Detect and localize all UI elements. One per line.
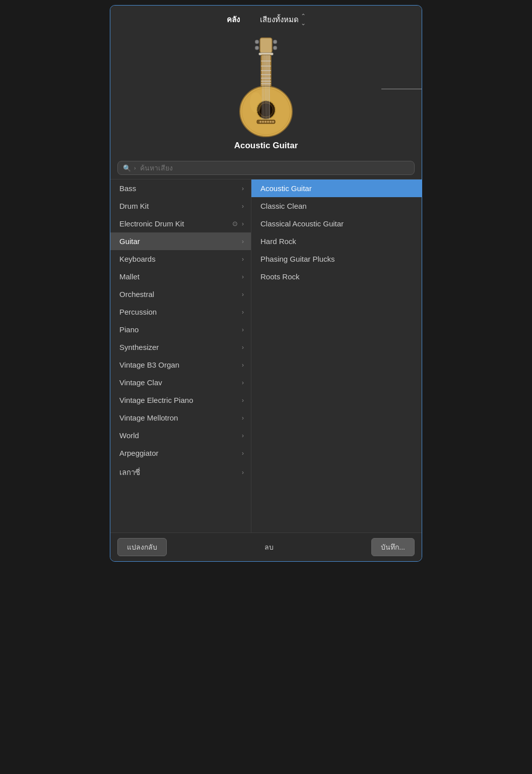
svg-line-22 bbox=[267, 55, 267, 122]
category-item-drum-kit[interactable]: Drum Kit› bbox=[110, 197, 251, 215]
chevron-right-icon: › bbox=[242, 326, 244, 333]
sounds-label: เสียงทั้งหมด bbox=[260, 14, 299, 26]
chevron-right-icon: › bbox=[242, 432, 244, 439]
chevron-right-icon: › bbox=[242, 362, 244, 369]
footer: แปลงกลับ ลบ บันทึก... bbox=[110, 532, 422, 561]
svg-line-24 bbox=[270, 55, 270, 122]
category-item-keyboards[interactable]: Keyboards› bbox=[110, 250, 251, 268]
category-item-percussion[interactable]: Percussion› bbox=[110, 303, 251, 321]
category-label: Mallet bbox=[119, 272, 140, 281]
subcategory-label: Roots Rock bbox=[260, 272, 300, 281]
svg-point-3 bbox=[255, 46, 259, 50]
chevron-right-icon: › bbox=[242, 414, 244, 422]
category-item-vintage-electric-piano[interactable]: Vintage Electric Piano› bbox=[110, 391, 251, 409]
category-item-legacy[interactable]: เลกาซี่› bbox=[110, 462, 251, 483]
category-label: Bass bbox=[119, 184, 136, 193]
subcategory-label: Classical Acoustic Guitar bbox=[260, 219, 344, 228]
chevron-right-icon: › bbox=[242, 469, 244, 476]
chevron-right-icon: › bbox=[242, 238, 244, 245]
category-label: Piano bbox=[119, 325, 139, 334]
subcategory-label: Hard Rock bbox=[260, 237, 296, 246]
chevron-right-icon: › bbox=[242, 203, 244, 210]
subcategory-list: Acoustic GuitarClassic CleanClassical Ac… bbox=[251, 180, 422, 532]
chevron-right-icon: › bbox=[242, 379, 244, 386]
svg-rect-0 bbox=[260, 38, 272, 53]
svg-point-26 bbox=[259, 121, 261, 123]
svg-point-1 bbox=[255, 40, 259, 44]
subcategory-item-hard-rock[interactable]: Hard Rock bbox=[251, 232, 422, 250]
instrument-area: Acoustic Guitar bbox=[110, 32, 422, 158]
guitar-image bbox=[221, 37, 311, 138]
panel-header: คลัง เสียงทั้งหมด ⌃⌄ bbox=[110, 6, 422, 32]
chevron-right-icon: › bbox=[242, 344, 244, 351]
svg-point-30 bbox=[270, 121, 272, 123]
chevron-right-icon: › bbox=[242, 273, 244, 280]
sounds-selector[interactable]: เสียงทั้งหมด ⌃⌄ bbox=[260, 13, 306, 27]
chevron-right-icon: › bbox=[242, 185, 244, 192]
chevron-right-icon: › bbox=[242, 309, 244, 316]
category-label: Synthesizer bbox=[119, 343, 159, 351]
category-item-vintage-clav[interactable]: Vintage Clav› bbox=[110, 374, 251, 391]
subcategory-label: Phasing Guitar Plucks bbox=[260, 255, 335, 263]
chevron-right-icon: › bbox=[242, 256, 244, 263]
delete-button[interactable]: ลบ bbox=[264, 542, 274, 553]
instrument-panel: คลัง เสียงทั้งหมด ⌃⌄ bbox=[110, 5, 422, 562]
chevron-right-icon: › bbox=[242, 291, 244, 298]
search-box[interactable]: 🔍 › bbox=[117, 161, 415, 175]
chevron-right-icon: › bbox=[242, 397, 244, 404]
category-item-vintage-mellotron[interactable]: Vintage Mellotron› bbox=[110, 409, 251, 427]
search-container: 🔍 › bbox=[110, 158, 422, 180]
category-label: Electronic Drum Kit bbox=[119, 219, 184, 228]
save-button[interactable]: บันทึก... bbox=[371, 538, 415, 556]
subcategory-label: Classic Clean bbox=[260, 202, 307, 210]
search-arrow-icon: › bbox=[134, 165, 136, 171]
category-label: Arpeggiator bbox=[119, 449, 159, 457]
category-label: Vintage Electric Piano bbox=[119, 396, 193, 404]
category-item-mallet[interactable]: Mallet› bbox=[110, 268, 251, 285]
search-input[interactable] bbox=[140, 164, 409, 172]
search-icon: 🔍 bbox=[123, 164, 131, 172]
subcategory-item-phasing-guitar-plucks[interactable]: Phasing Guitar Plucks bbox=[251, 250, 422, 268]
category-label: Vintage B3 Organ bbox=[119, 361, 179, 369]
subcategory-label: Acoustic Guitar bbox=[260, 184, 312, 193]
subcategory-item-roots-rock[interactable]: Roots Rock bbox=[251, 268, 422, 285]
download-icon: ⊙ bbox=[232, 220, 238, 227]
category-label: Percussion bbox=[119, 308, 157, 316]
category-item-world[interactable]: World› bbox=[110, 427, 251, 444]
category-label: Drum Kit bbox=[119, 202, 149, 210]
category-label: Vintage Clav bbox=[119, 378, 162, 387]
svg-point-2 bbox=[273, 40, 277, 44]
svg-point-28 bbox=[264, 121, 267, 123]
category-item-electronic-drum-kit[interactable]: Electronic Drum Kit⊙› bbox=[110, 215, 251, 232]
subcategory-item-classic-clean[interactable]: Classic Clean bbox=[251, 197, 422, 215]
back-button[interactable]: แปลงกลับ bbox=[117, 538, 167, 556]
category-label: Vintage Mellotron bbox=[119, 413, 178, 422]
category-item-piano[interactable]: Piano› bbox=[110, 321, 251, 338]
svg-point-4 bbox=[273, 46, 277, 50]
library-tab[interactable]: คลัง bbox=[227, 14, 240, 26]
chevron-right-icon: › bbox=[242, 220, 244, 227]
instrument-name: Acoustic Guitar bbox=[234, 141, 298, 151]
category-label: World bbox=[119, 431, 139, 440]
svg-point-29 bbox=[267, 121, 269, 123]
category-item-guitar[interactable]: Guitar› bbox=[110, 232, 251, 250]
subcategory-item-acoustic-guitar[interactable]: Acoustic Guitar bbox=[251, 180, 422, 197]
category-label: เลกาซี่ bbox=[119, 466, 140, 479]
category-list: Bass›Drum Kit›Electronic Drum Kit⊙›Guita… bbox=[110, 180, 251, 532]
category-label: Orchestral bbox=[119, 290, 154, 299]
chevron-right-icon: › bbox=[242, 450, 244, 457]
category-item-arpeggiator[interactable]: Arpeggiator› bbox=[110, 444, 251, 462]
svg-point-27 bbox=[262, 121, 264, 123]
category-item-bass[interactable]: Bass› bbox=[110, 180, 251, 197]
category-item-synthesizer[interactable]: Synthesizer› bbox=[110, 338, 251, 356]
svg-point-31 bbox=[272, 121, 274, 123]
category-label: Keyboards bbox=[119, 255, 156, 263]
subcategory-item-classical-acoustic-guitar[interactable]: Classical Acoustic Guitar bbox=[251, 215, 422, 232]
category-item-vintage-b3-organ[interactable]: Vintage B3 Organ› bbox=[110, 356, 251, 374]
svg-point-32 bbox=[250, 92, 262, 112]
list-container: Bass›Drum Kit›Electronic Drum Kit⊙›Guita… bbox=[110, 180, 422, 532]
category-item-orchestral[interactable]: Orchestral› bbox=[110, 285, 251, 303]
category-label: Guitar bbox=[119, 237, 140, 246]
sounds-chevron-icon: ⌃⌄ bbox=[301, 13, 306, 27]
